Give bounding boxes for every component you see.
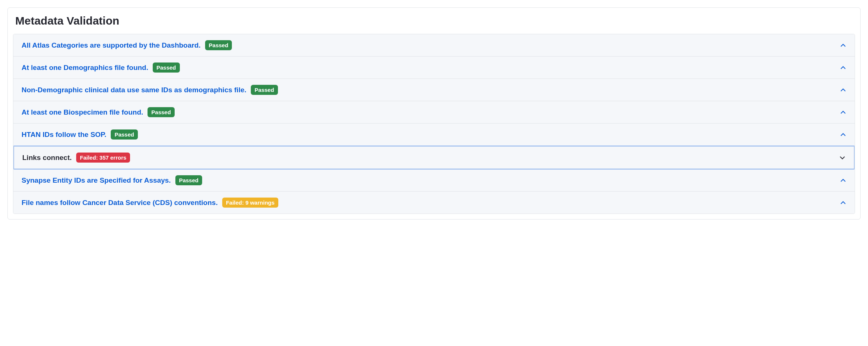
accordion-item[interactable]: All Atlas Categories are supported by th… [13, 34, 855, 57]
metadata-validation-panel: Metadata Validation All Atlas Categories… [7, 7, 861, 220]
chevron-up-icon [840, 64, 846, 71]
status-badge: Passed [153, 63, 180, 73]
status-badge: Passed [111, 129, 138, 140]
accordion-item[interactable]: Non-Demographic clinical data use same I… [13, 79, 855, 101]
chevron-up-icon [840, 42, 846, 49]
status-badge: Passed [148, 107, 175, 117]
status-badge: Passed [175, 175, 203, 185]
validation-item-title: At least one Biospecimen file found. [22, 108, 143, 116]
chevron-up-icon [840, 109, 846, 116]
chevron-up-icon [840, 131, 846, 138]
status-badge: Passed [251, 85, 278, 95]
chevron-up-icon [840, 199, 846, 206]
validation-item-title: Synapse Entity IDs are Specified for Ass… [22, 176, 171, 185]
panel-title: Metadata Validation [13, 15, 855, 27]
validation-item-title: File names follow Cancer Data Service (C… [22, 199, 218, 207]
validation-item-title: All Atlas Categories are supported by th… [22, 41, 201, 49]
status-badge: Failed: 9 warnings [222, 198, 278, 208]
status-badge: Passed [205, 40, 232, 50]
validation-item-title: Non-Demographic clinical data use same I… [22, 86, 246, 94]
accordion-item[interactable]: File names follow Cancer Data Service (C… [13, 192, 855, 214]
accordion-item[interactable]: Synapse Entity IDs are Specified for Ass… [13, 169, 855, 192]
chevron-up-icon [840, 87, 846, 93]
accordion-item[interactable]: At least one Demographics file found.Pas… [13, 57, 855, 79]
accordion-item[interactable]: Links connect.Failed: 357 errors [13, 145, 855, 170]
validation-item-title: Links connect. [22, 154, 72, 162]
status-badge: Failed: 357 errors [76, 153, 130, 163]
validation-item-title: At least one Demographics file found. [22, 64, 148, 72]
validation-item-title: HTAN IDs follow the SOP. [22, 131, 106, 139]
accordion-item[interactable]: HTAN IDs follow the SOP.Passed [13, 124, 855, 146]
accordion-item[interactable]: At least one Biospecimen file found.Pass… [13, 101, 855, 124]
validation-accordion: All Atlas Categories are supported by th… [13, 34, 855, 214]
chevron-up-icon [840, 177, 846, 184]
chevron-down-icon [839, 154, 846, 161]
